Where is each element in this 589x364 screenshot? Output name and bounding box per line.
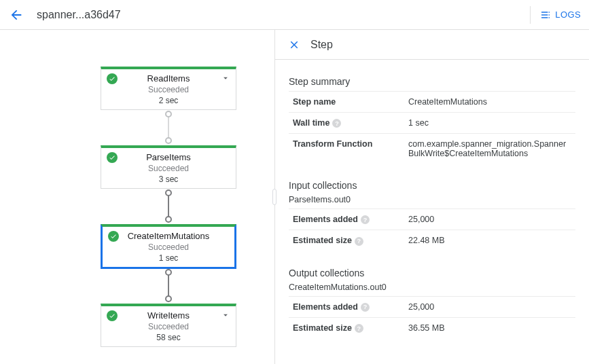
- port-icon: [165, 189, 172, 196]
- node-time: 58 sec: [101, 333, 236, 342]
- label-transform-function: Transform Function: [293, 139, 372, 149]
- resize-handle[interactable]: [272, 187, 277, 207]
- detail-title: Step: [310, 39, 333, 51]
- output-collection-name: CreateItemMutations.out0: [289, 283, 575, 292]
- close-button[interactable]: [283, 34, 305, 56]
- node-title: CreateItemMutations: [103, 231, 234, 241]
- table-row: Step name CreateItemMutations: [289, 92, 575, 113]
- table-row: Elements added? 25,000: [289, 296, 575, 317]
- help-icon[interactable]: ?: [355, 324, 363, 333]
- label-wall-time: Wall time: [293, 118, 329, 128]
- node-title: WriteItems: [101, 310, 236, 321]
- value-estimated-size: 22.48 MB: [408, 236, 445, 245]
- logs-icon: [540, 10, 551, 20]
- output-table: Elements added? 25,000 Estimated size? 3…: [289, 296, 575, 338]
- section-heading-input: Input collections: [289, 180, 575, 191]
- value-transform-function: com.example.spanner_migration.SpannerBul…: [408, 139, 566, 158]
- value-step-name: CreateItemMutations: [408, 97, 487, 107]
- help-icon[interactable]: ?: [361, 215, 370, 224]
- help-icon[interactable]: ?: [361, 303, 370, 312]
- label-estimated-size: Estimated size: [293, 323, 352, 333]
- value-elements-added: 25,000: [408, 215, 434, 224]
- graph-node-parseitems[interactable]: ParseItems Succeeded 3 sec: [101, 145, 236, 189]
- success-icon: [107, 73, 118, 84]
- chevron-down-icon[interactable]: [221, 310, 230, 322]
- label-elements-added: Elements added: [293, 215, 358, 224]
- logs-button[interactable]: LOGS: [540, 10, 581, 20]
- port-icon: [165, 216, 172, 223]
- port-icon: [165, 295, 172, 302]
- node-time: 3 sec: [101, 175, 236, 184]
- section-heading-summary: Step summary: [289, 76, 575, 87]
- detail-pane: Step Step summary Step name CreateItemMu…: [275, 30, 589, 364]
- close-icon: [288, 39, 300, 51]
- input-collection-name: ParseItems.out0: [289, 195, 575, 204]
- node-status: Succeeded: [101, 322, 236, 331]
- success-icon: [107, 310, 118, 321]
- label-estimated-size: Estimated size: [293, 236, 352, 245]
- separator: [530, 6, 531, 24]
- node-status: Succeeded: [101, 164, 236, 173]
- success-icon: [107, 152, 118, 163]
- summary-table: Step name CreateItemMutations Wall time?…: [289, 91, 575, 164]
- chevron-down-icon[interactable]: [221, 73, 230, 85]
- success-icon: [108, 231, 119, 242]
- node-title: ParseItems: [101, 152, 236, 162]
- table-row: Elements added? 25,000: [289, 209, 575, 230]
- graph-pane: ReadItems Succeeded 2 sec ParseItems Suc…: [0, 30, 275, 364]
- table-row: Estimated size? 22.48 MB: [289, 230, 575, 251]
- node-status: Succeeded: [101, 85, 236, 94]
- top-bar: spanner...a36d47 LOGS: [0, 0, 589, 30]
- port-icon: [165, 269, 172, 276]
- help-icon[interactable]: ?: [355, 237, 363, 246]
- node-title: ReadItems: [101, 73, 236, 84]
- value-elements-added: 25,000: [408, 302, 434, 312]
- table-row: Wall time? 1 sec: [289, 113, 575, 134]
- node-time: 2 sec: [101, 96, 236, 105]
- main-area: ReadItems Succeeded 2 sec ParseItems Suc…: [0, 30, 589, 364]
- value-estimated-size: 36.55 MB: [408, 323, 445, 333]
- node-time: 1 sec: [103, 253, 234, 263]
- arrow-left-icon: [9, 7, 24, 22]
- graph-node-writeitems[interactable]: WriteItems Succeeded 58 sec: [101, 304, 236, 347]
- job-title: spanner...a36d47: [37, 9, 121, 21]
- detail-body: Step summary Step name CreateItemMutatio…: [275, 60, 589, 352]
- value-wall-time: 1 sec: [408, 118, 429, 128]
- graph-node-readitems[interactable]: ReadItems Succeeded 2 sec: [101, 67, 236, 110]
- section-heading-output: Output collections: [289, 268, 575, 278]
- node-status: Succeeded: [103, 242, 234, 252]
- back-button[interactable]: [5, 4, 27, 26]
- table-row: Transform Function com.example.spanner_m…: [289, 134, 575, 164]
- table-row: Estimated size? 36.55 MB: [289, 317, 575, 338]
- detail-header: Step: [275, 30, 589, 60]
- pipeline-graph[interactable]: ReadItems Succeeded 2 sec ParseItems Suc…: [0, 30, 274, 364]
- port-icon: [165, 111, 172, 117]
- label-step-name: Step name: [293, 97, 336, 107]
- label-elements-added: Elements added: [293, 302, 358, 312]
- port-icon: [165, 137, 172, 144]
- logs-label: LOGS: [555, 10, 581, 20]
- graph-node-createitemmutations[interactable]: CreateItemMutations Succeeded 1 sec: [101, 224, 236, 269]
- help-icon[interactable]: ?: [332, 119, 341, 128]
- input-table: Elements added? 25,000 Estimated size? 2…: [289, 208, 575, 251]
